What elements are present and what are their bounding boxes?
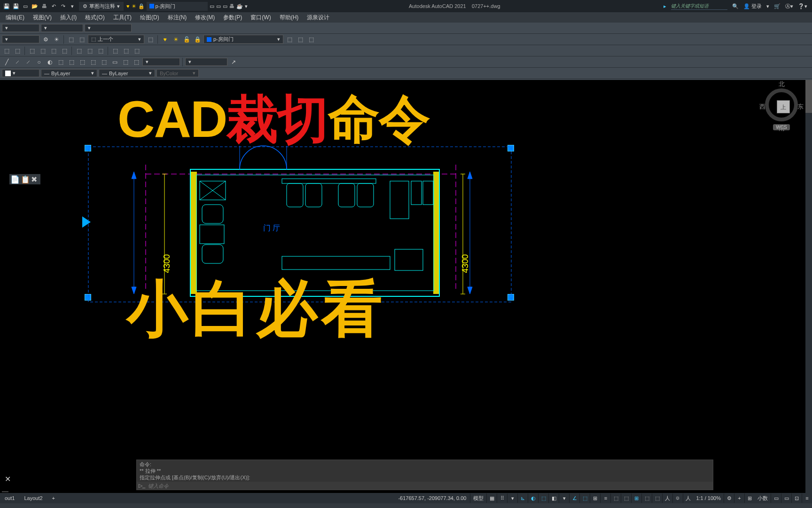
print-icon[interactable]: 🖶: [40, 2, 48, 10]
viewcube-ring[interactable]: 上: [765, 88, 798, 121]
draw-tool-icon[interactable]: ⬚: [132, 57, 141, 67]
tool-icon[interactable]: ▭: [216, 3, 221, 9]
infocenter-arrow-icon[interactable]: ▸: [664, 3, 666, 9]
layer-dropdown-2[interactable]: p-房间门▾: [203, 35, 283, 44]
status-icon[interactable]: 人: [662, 493, 672, 503]
tool-icon[interactable]: ↗: [229, 57, 238, 67]
status-icon[interactable]: ⬚: [538, 493, 548, 503]
dropdown-icon[interactable]: ▾: [69, 2, 76, 10]
new-icon[interactable]: ▭: [22, 2, 29, 10]
status-icon[interactable]: ⬚: [641, 493, 652, 503]
color-dropdown[interactable]: ▾: [2, 69, 39, 77]
annotation-scale[interactable]: 1:1 / 100%: [693, 495, 724, 501]
save-icon[interactable]: 💾: [3, 2, 10, 10]
menu-help[interactable]: 帮助(H): [276, 13, 303, 23]
ortho-icon[interactable]: ⊾: [517, 493, 528, 503]
viewcube-top[interactable]: 上: [777, 100, 790, 113]
layout-tab[interactable]: Layout2: [19, 494, 47, 502]
viewcube-east[interactable]: 东: [797, 103, 804, 111]
draw-line-icon[interactable]: ╱: [2, 57, 11, 67]
floating-palette[interactable]: 📄 📋 ✖: [9, 174, 40, 184]
layer-bulb-icon[interactable]: ♥: [160, 35, 170, 44]
layer-states-icon[interactable]: ☀: [52, 35, 61, 44]
status-icon[interactable]: 人: [683, 493, 693, 503]
status-icon[interactable]: ⊞: [590, 493, 600, 503]
dim-tool-icon[interactable]: ⬚: [27, 46, 37, 56]
layer-dropdown[interactable]: p-房间门: [147, 2, 208, 11]
status-icon[interactable]: ⊞: [631, 493, 641, 503]
status-icon[interactable]: +: [734, 493, 744, 503]
table-style-dropdown[interactable]: ▾: [85, 24, 132, 32]
dropdown-icon[interactable]: ▾: [245, 3, 248, 9]
tool-icon[interactable]: ☕: [236, 3, 243, 9]
draw-tool-icon[interactable]: ◐: [45, 57, 55, 67]
dim-tool-icon[interactable]: ⬚: [49, 46, 58, 56]
menu-modify[interactable]: 修改(M): [191, 13, 219, 23]
status-icon[interactable]: ⬚: [621, 493, 631, 503]
status-icon[interactable]: ▾: [559, 493, 569, 503]
style-dropdown[interactable]: ▾: [2, 24, 39, 32]
dim-tool-icon[interactable]: ⬚: [13, 46, 22, 56]
isoplane-icon[interactable]: ◧: [548, 493, 559, 503]
drawing-canvas[interactable]: 📄 📋 ✖: [0, 80, 812, 503]
coordinates-readout[interactable]: -617657.57, -209077.34, 0.00: [394, 495, 470, 501]
menu-edit[interactable]: 编辑(E): [2, 13, 28, 23]
menu-param[interactable]: 参数(P): [219, 13, 246, 23]
palette-icon[interactable]: 📄: [10, 175, 19, 183]
draw-tool-icon[interactable]: ⬚: [88, 57, 98, 67]
workspace-selector[interactable]: ⚙ 草图与注释 ▾: [79, 2, 124, 11]
vertical-scrollbar[interactable]: [805, 80, 812, 493]
print-icon[interactable]: 🖶: [229, 3, 234, 9]
units-display[interactable]: 小数: [755, 495, 771, 502]
status-icon[interactable]: ⬚: [652, 493, 662, 503]
menu-tools[interactable]: 工具(T): [109, 13, 135, 23]
menu-insert[interactable]: 插入(I): [56, 13, 80, 23]
app-menu-icon[interactable]: Ⓐ▾: [785, 3, 793, 10]
dropdown[interactable]: ▾: [185, 58, 227, 66]
tool-icon[interactable]: ▭: [210, 3, 214, 9]
menu-view[interactable]: 视图(V): [29, 13, 55, 23]
draw-tool-icon[interactable]: ⬚: [121, 57, 130, 67]
layer-tool-icon[interactable]: ⬚: [77, 35, 86, 44]
menu-format[interactable]: 格式(O): [81, 13, 108, 23]
dim-tool-icon[interactable]: ⬚: [85, 46, 94, 56]
help-icon[interactable]: ❔▾: [798, 3, 807, 9]
lineweight-dropdown[interactable]: —ByLayer▾: [99, 69, 155, 77]
draw-arc-icon[interactable]: ⟋: [13, 57, 22, 67]
add-layout-button[interactable]: +: [47, 494, 60, 502]
menu-window[interactable]: 窗口(W): [247, 13, 274, 23]
open-icon[interactable]: 📂: [31, 2, 39, 10]
status-icon[interactable]: ▭: [781, 493, 791, 503]
bulb-icon[interactable]: ♥: [126, 3, 130, 9]
draw-circle-icon[interactable]: ○: [34, 57, 44, 67]
sun-icon[interactable]: ☀: [132, 3, 136, 9]
draw-tool-icon[interactable]: ⬚: [67, 57, 76, 67]
draw-tool-icon[interactable]: ⬚: [78, 57, 87, 67]
status-icon[interactable]: ▾: [507, 493, 517, 503]
layer-lock-icon[interactable]: 🔒: [193, 35, 202, 44]
grid-icon[interactable]: ▦: [486, 493, 497, 503]
viewcube-south[interactable]: 南: [779, 124, 785, 133]
dim-tool-icon[interactable]: ⬚: [110, 46, 120, 56]
viewcube-north[interactable]: 北: [779, 80, 785, 88]
save-icon[interactable]: 💾: [12, 2, 20, 10]
search-input[interactable]: 键入关键字或短语: [671, 3, 727, 10]
lock-icon[interactable]: 🔒: [138, 3, 145, 9]
dim-tool-icon[interactable]: ⬚: [96, 46, 105, 56]
dropdown[interactable]: ▾: [142, 58, 180, 66]
lineweight-icon[interactable]: ≡: [600, 493, 610, 503]
draw-pline-icon[interactable]: ⟋: [23, 57, 33, 67]
layer-tool-icon[interactable]: ⬚: [146, 35, 155, 44]
command-window[interactable]: 命令: ** 拉伸 ** 指定拉伸点或 [基点(B)/复制(C)/放弃(U)/退…: [136, 460, 713, 490]
dim-tool-icon[interactable]: ⬚: [2, 46, 11, 56]
dim-tool-icon[interactable]: ⬚: [74, 46, 84, 56]
dropdown-icon[interactable]: ▾: [766, 3, 769, 9]
status-icon[interactable]: ⊡: [791, 493, 802, 503]
layer-props-icon[interactable]: ⚙: [41, 35, 50, 44]
status-icon[interactable]: ⛭: [672, 493, 683, 503]
layer-prev-dropdown[interactable]: ⬚ 上一个▾: [88, 35, 144, 44]
layout-tab[interactable]: out1: [0, 494, 19, 502]
viewcube[interactable]: 北 西 东 上 南 WCS: [760, 80, 803, 146]
snap-icon[interactable]: ⠿: [497, 493, 507, 503]
status-icon[interactable]: ⬚: [610, 493, 621, 503]
